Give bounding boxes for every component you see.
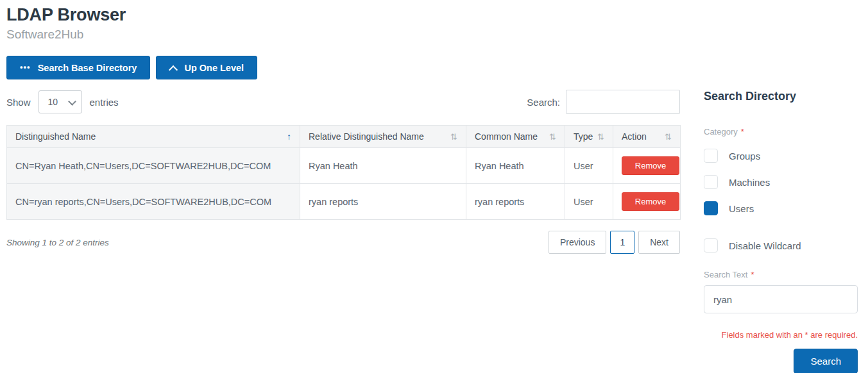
- required-asterisk: *: [741, 127, 744, 137]
- cell-distinguished-name: CN=Ryan Heath,CN=Users,DC=SOFTWARE2HUB,D…: [7, 148, 300, 184]
- up-one-level-label: Up One Level: [184, 63, 244, 73]
- table-search-control: Search:: [527, 90, 680, 114]
- search-text-label: Search Text*: [704, 270, 858, 279]
- results-panel: Show 10 entries Search:: [6, 90, 680, 373]
- required-asterisk: *: [751, 270, 754, 279]
- cell-relative-distinguished-name: Ryan Heath: [300, 148, 466, 184]
- page-title: LDAP Browser: [6, 5, 858, 25]
- datatable-controls: Show 10 entries Search:: [6, 90, 680, 114]
- table-search-label: Search:: [527, 97, 560, 108]
- cell-type: User: [565, 148, 613, 184]
- ldap-browser-page: LDAP Browser Software2Hub ••• Search Bas…: [0, 0, 868, 373]
- ellipsis-icon: •••: [20, 63, 31, 71]
- cell-relative-distinguished-name: ryan reports: [300, 184, 466, 220]
- column-header-type[interactable]: Type ⇅: [565, 126, 613, 148]
- page-size-select[interactable]: 10: [38, 90, 82, 113]
- search-base-directory-label: Search Base Directory: [38, 63, 137, 73]
- cell-distinguished-name: CN=ryan reports,CN=Users,DC=SOFTWARE2HUB…: [7, 184, 300, 220]
- cell-common-name: Ryan Heath: [466, 148, 565, 184]
- search-button[interactable]: Search: [794, 349, 858, 373]
- chevron-up-icon: [169, 65, 177, 73]
- category-label: Category*: [704, 127, 858, 137]
- remove-button[interactable]: Remove: [622, 156, 679, 175]
- table-row: CN=ryan reports,CN=Users,DC=SOFTWARE2HUB…: [7, 184, 681, 220]
- cell-type: User: [565, 184, 613, 220]
- table-row: CN=Ryan Heath,CN=Users,DC=SOFTWARE2HUB,D…: [7, 148, 681, 184]
- previous-page-button[interactable]: Previous: [549, 231, 606, 254]
- required-fields-note: Fields marked with an * are required.: [704, 330, 858, 340]
- groups-checkbox[interactable]: [704, 149, 718, 163]
- table-info-text: Showing 1 to 2 of 2 entries: [6, 238, 109, 247]
- search-directory-title: Search Directory: [704, 90, 858, 103]
- page-length-control: Show 10 entries: [6, 90, 119, 113]
- sort-both-icon: ⇅: [665, 132, 672, 142]
- users-checkbox[interactable]: [704, 201, 718, 215]
- pagination: Previous 1 Next: [549, 231, 680, 254]
- sort-ascending-icon: ↑: [287, 131, 291, 142]
- table-search-input[interactable]: [566, 90, 680, 114]
- next-page-button[interactable]: Next: [638, 231, 680, 254]
- page-number-button[interactable]: 1: [610, 231, 634, 254]
- show-label: Show: [6, 97, 31, 108]
- remove-button[interactable]: Remove: [622, 192, 679, 211]
- column-header-action[interactable]: Action ⇅: [613, 126, 681, 148]
- sort-both-icon: ⇅: [450, 132, 457, 142]
- cell-action: Remove: [613, 148, 681, 184]
- cell-common-name: ryan reports: [466, 184, 565, 220]
- checkbox-row-groups: Groups: [704, 149, 858, 163]
- up-one-level-button[interactable]: Up One Level: [156, 56, 257, 79]
- page-subtitle: Software2Hub: [6, 28, 858, 42]
- groups-label: Groups: [729, 151, 760, 162]
- table-header-row: Distinguished Name ↑ Relative Distinguis…: [7, 126, 681, 148]
- column-header-distinguished-name[interactable]: Distinguished Name ↑: [7, 126, 300, 148]
- cell-action: Remove: [613, 184, 681, 220]
- checkbox-row-disable-wildcard: Disable Wildcard: [704, 238, 858, 253]
- disable-wildcard-checkbox[interactable]: [704, 238, 718, 253]
- sort-both-icon: ⇅: [549, 132, 556, 142]
- ldap-results-table: Distinguished Name ↑ Relative Distinguis…: [6, 125, 681, 220]
- search-base-directory-button[interactable]: ••• Search Base Directory: [6, 56, 150, 79]
- users-label: Users: [729, 203, 754, 214]
- toolbar: ••• Search Base Directory Up One Level: [6, 56, 858, 79]
- sort-both-icon: ⇅: [597, 132, 604, 142]
- checkbox-row-users: Users: [704, 201, 858, 215]
- column-header-common-name[interactable]: Common Name ⇅: [466, 126, 565, 148]
- machines-label: Machines: [729, 177, 770, 188]
- disable-wildcard-label: Disable Wildcard: [729, 240, 801, 251]
- checkbox-row-machines: Machines: [704, 175, 858, 189]
- search-text-input[interactable]: [704, 285, 858, 313]
- column-header-relative-distinguished-name[interactable]: Relative Distinguished Name ⇅: [300, 126, 466, 148]
- entries-label: entries: [90, 97, 119, 108]
- search-directory-panel: Search Directory Category* Groups Machin…: [704, 90, 858, 373]
- machines-checkbox[interactable]: [704, 175, 718, 189]
